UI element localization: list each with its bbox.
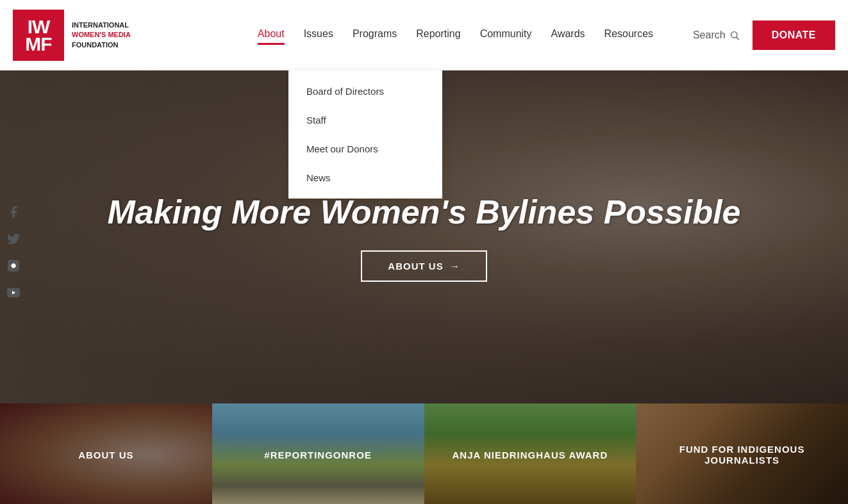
nav-awards[interactable]: Awards: [551, 28, 585, 42]
arrow-icon: →: [450, 261, 460, 272]
dropdown-staff[interactable]: Staff: [288, 106, 442, 134]
site-header: IW MF INTERNATIONAL WOMEN'S MEDIA FOUNDA…: [0, 0, 848, 70]
about-dropdown: Board of Directors Staff Meet our Donors…: [288, 70, 442, 199]
dropdown-board[interactable]: Board of Directors: [288, 77, 442, 106]
card-roe-label: #REPORTINGONROE: [251, 450, 385, 460]
nav-reporting[interactable]: Reporting: [416, 28, 460, 42]
card-indigenous-label: FUND FOR INDIGENOUS JOURNALISTS: [636, 444, 848, 466]
search-icon: [729, 30, 740, 40]
dropdown-news[interactable]: News: [288, 163, 442, 192]
hero-cta-label: ABOUT US: [388, 261, 443, 272]
card-anja-label: ANJA NIEDRINGHAUS AWARD: [440, 450, 621, 460]
card-reportingonroe[interactable]: #REPORTINGONROE: [212, 403, 424, 504]
logo-box: IW MF: [13, 10, 64, 61]
nav-programs[interactable]: Programs: [353, 28, 397, 42]
svg-point-0: [731, 32, 736, 38]
card-indigenous[interactable]: FUND FOR INDIGENOUS JOURNALISTS: [636, 403, 848, 504]
donate-button[interactable]: DONATE: [752, 20, 835, 50]
card-about-us[interactable]: ABOUT US: [0, 403, 212, 504]
nav-resources[interactable]: Resources: [604, 28, 653, 42]
hero-cta-button[interactable]: ABOUT US →: [361, 250, 486, 282]
card-about-us-label: ABOUT US: [65, 450, 146, 460]
main-nav: About Issues Programs Reporting Communit…: [218, 28, 693, 42]
search-label: Search: [693, 29, 726, 41]
nav-issues[interactable]: Issues: [304, 28, 333, 42]
facebook-icon[interactable]: [6, 205, 21, 219]
org-name: INTERNATIONAL WOMEN'S MEDIA FOUNDATION: [72, 20, 131, 50]
search-button[interactable]: Search: [693, 29, 740, 41]
social-sidebar: [6, 205, 21, 300]
dropdown-donors[interactable]: Meet our Donors: [288, 134, 442, 163]
instagram-icon[interactable]: [6, 259, 21, 273]
youtube-icon[interactable]: [6, 286, 21, 300]
card-anja-award[interactable]: ANJA NIEDRINGHAUS AWARD: [424, 403, 636, 504]
svg-line-1: [736, 37, 739, 40]
nav-about[interactable]: About: [258, 28, 285, 42]
logo-link[interactable]: IW MF INTERNATIONAL WOMEN'S MEDIA FOUNDA…: [13, 10, 218, 61]
bottom-cards: ABOUT US #REPORTINGONROE ANJA NIEDRINGHA…: [0, 403, 848, 504]
nav-community[interactable]: Community: [480, 28, 532, 42]
twitter-icon[interactable]: [6, 232, 21, 246]
